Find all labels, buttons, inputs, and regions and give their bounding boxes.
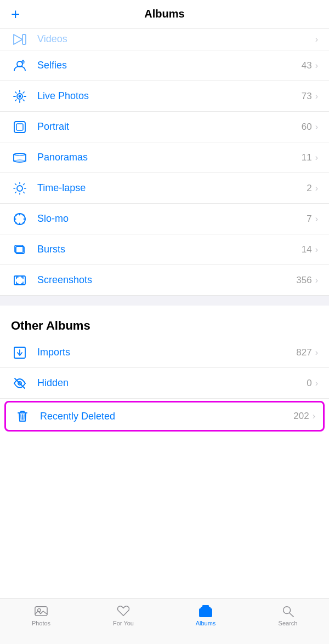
svg-point-42 bbox=[283, 607, 291, 614]
list-item[interactable]: Imports 827 › bbox=[0, 337, 329, 368]
album-count: 356 bbox=[296, 275, 311, 286]
hidden-icon bbox=[11, 375, 29, 392]
album-name: Time-lapse bbox=[37, 182, 307, 194]
svg-rect-7 bbox=[16, 124, 23, 130]
album-count: 73 bbox=[302, 91, 312, 102]
svg-line-34 bbox=[21, 415, 21, 419]
album-count: 60 bbox=[302, 122, 312, 133]
svg-rect-41 bbox=[202, 606, 208, 607]
other-albums-header: Other Albums bbox=[0, 306, 329, 337]
list-item[interactable]: Hidden 0 › bbox=[0, 368, 329, 399]
tab-bar: Photos For You Albums S bbox=[0, 599, 329, 644]
chevron-icon: › bbox=[315, 91, 318, 101]
album-name: Selfies bbox=[37, 60, 302, 71]
album-name: Recently Deleted bbox=[40, 411, 293, 422]
bursts-icon bbox=[11, 241, 29, 258]
chevron-icon: › bbox=[315, 275, 318, 285]
selfie-icon bbox=[11, 57, 29, 74]
list-item[interactable]: Videos › bbox=[0, 28, 329, 50]
album-name: Imports bbox=[37, 347, 296, 358]
list-item[interactable]: Screenshots 356 › bbox=[0, 265, 329, 296]
svg-point-8 bbox=[17, 186, 22, 191]
svg-rect-28 bbox=[14, 276, 25, 285]
tab-for-you[interactable]: For You bbox=[82, 605, 164, 626]
list-item[interactable]: Portrait 60 › bbox=[0, 112, 329, 142]
tab-photos[interactable]: Photos bbox=[0, 605, 82, 626]
svg-rect-1 bbox=[22, 34, 26, 44]
search-tab-icon bbox=[280, 605, 296, 618]
svg-line-32 bbox=[15, 378, 25, 388]
screenshots-icon bbox=[11, 272, 29, 289]
chevron-icon: › bbox=[315, 183, 318, 193]
chevron-icon: › bbox=[313, 411, 315, 421]
imports-icon bbox=[11, 344, 29, 361]
album-name: Slo-mo bbox=[37, 213, 307, 225]
svg-line-15 bbox=[15, 192, 16, 193]
tab-search[interactable]: Search bbox=[247, 605, 329, 626]
chevron-icon: › bbox=[315, 214, 318, 224]
album-name: Live Photos bbox=[37, 90, 302, 102]
album-name: Hidden bbox=[37, 377, 307, 389]
chevron-icon: › bbox=[315, 348, 318, 358]
video-icon bbox=[11, 31, 29, 48]
section-divider bbox=[0, 296, 329, 306]
list-item[interactable]: Panoramas 11 › bbox=[0, 142, 329, 173]
photos-tab-label: Photos bbox=[32, 620, 50, 626]
photos-tab-icon bbox=[33, 605, 49, 618]
svg-rect-6 bbox=[14, 122, 25, 133]
list-item[interactable]: Bursts 14 › bbox=[0, 234, 329, 265]
for-you-tab-icon bbox=[116, 605, 131, 618]
chevron-icon: › bbox=[315, 245, 318, 255]
other-albums-list: Imports 827 › Hidden 0 › bbox=[0, 337, 329, 432]
album-name: Videos bbox=[37, 33, 312, 45]
album-name: Panoramas bbox=[37, 152, 302, 163]
album-count: 11 bbox=[302, 152, 312, 163]
album-count: 2 bbox=[307, 183, 311, 194]
header: + Albums bbox=[0, 0, 329, 28]
chevron-icon: › bbox=[315, 34, 318, 44]
svg-rect-36 bbox=[35, 607, 47, 616]
album-count: 7 bbox=[307, 214, 311, 225]
search-tab-label: Search bbox=[279, 620, 298, 626]
svg-point-3 bbox=[22, 61, 24, 64]
chevron-icon: › bbox=[315, 61, 318, 71]
svg-line-14 bbox=[24, 192, 25, 193]
portrait-icon bbox=[11, 118, 29, 136]
svg-line-13 bbox=[15, 183, 16, 185]
list-item[interactable]: Time-lapse 2 › bbox=[0, 173, 329, 204]
slomo-icon bbox=[11, 210, 29, 228]
album-count: 202 bbox=[293, 411, 309, 422]
chevron-icon: › bbox=[315, 153, 318, 163]
album-name: Bursts bbox=[37, 244, 302, 255]
page-title: Albums bbox=[144, 8, 184, 20]
svg-line-16 bbox=[24, 183, 25, 185]
album-name: Portrait bbox=[37, 121, 302, 133]
chevron-icon: › bbox=[315, 378, 318, 388]
recently-deleted-item[interactable]: Recently Deleted 202 › bbox=[4, 401, 325, 432]
svg-point-5 bbox=[19, 95, 21, 97]
live-photo-icon bbox=[11, 88, 29, 105]
list-item[interactable]: Live Photos 73 › bbox=[0, 81, 329, 112]
panorama-icon bbox=[11, 149, 29, 166]
chevron-icon: › bbox=[315, 122, 318, 132]
albums-tab-icon bbox=[198, 605, 213, 618]
tab-albums[interactable]: Albums bbox=[164, 605, 247, 626]
list-item[interactable]: Selfies 43 › bbox=[0, 50, 329, 81]
add-button[interactable]: + bbox=[11, 7, 20, 22]
media-types-list: Videos › Selfies 43 › bbox=[0, 28, 329, 296]
svg-rect-38 bbox=[200, 608, 212, 617]
scroll-area: Videos › Selfies 43 › bbox=[0, 28, 329, 596]
trash-icon bbox=[14, 407, 31, 425]
svg-line-35 bbox=[24, 415, 25, 419]
album-count: 0 bbox=[307, 378, 311, 389]
album-count: 14 bbox=[302, 244, 312, 255]
list-item[interactable]: Slo-mo 7 › bbox=[0, 204, 329, 234]
svg-marker-0 bbox=[14, 34, 22, 44]
svg-line-43 bbox=[290, 613, 293, 617]
album-count: 43 bbox=[302, 60, 312, 71]
timelapse-icon bbox=[11, 180, 29, 197]
albums-tab-label: Albums bbox=[196, 620, 216, 626]
album-count: 827 bbox=[296, 347, 311, 358]
for-you-tab-label: For You bbox=[113, 620, 134, 626]
album-name: Screenshots bbox=[37, 274, 296, 286]
